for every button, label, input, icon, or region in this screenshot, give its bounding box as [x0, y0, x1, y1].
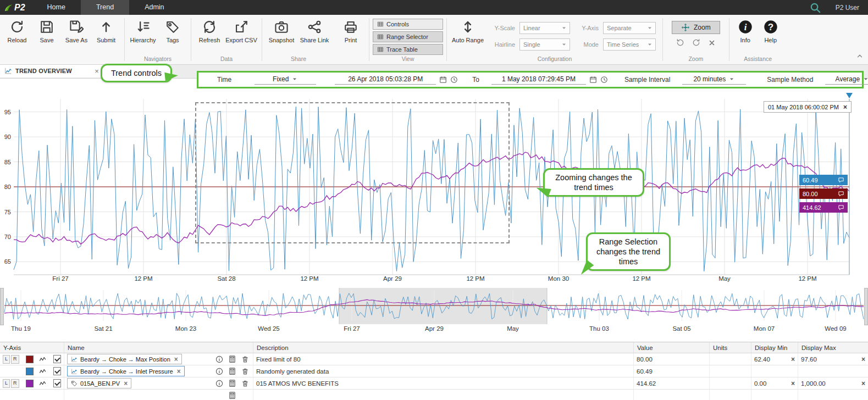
trace-calculation-icon[interactable] [228, 379, 236, 387]
remove-trace-icon[interactable]: × [124, 380, 128, 387]
header-units[interactable]: Units [709, 342, 751, 353]
trace-name-chip[interactable]: Beardy → Choke → Max Position× [67, 354, 182, 364]
print-button[interactable]: Print [336, 18, 366, 46]
clear-display-max-icon[interactable]: × [861, 380, 865, 387]
sample-interval-dropdown[interactable]: 20 minutes [682, 75, 746, 85]
axis-left-toggle[interactable]: L [3, 379, 10, 388]
comment-bubble-icon[interactable] [838, 177, 844, 184]
line-style-icon[interactable] [39, 380, 47, 387]
mode-dropdown[interactable]: Time Series [603, 38, 656, 51]
hierarchy-button[interactable]: Hierarchy [128, 18, 158, 46]
clear-display-min-icon[interactable]: × [791, 380, 795, 387]
save-as-button[interactable]: Save As [62, 18, 91, 46]
trace-visibility-checkbox[interactable] [53, 379, 61, 387]
display-max-value[interactable]: 1,000.00 [801, 380, 826, 387]
range-handle-right[interactable] [864, 288, 868, 325]
submit-button[interactable]: Submit [91, 18, 121, 46]
trace-info-icon[interactable] [215, 355, 223, 363]
trace-delete-icon[interactable] [241, 380, 249, 387]
close-cursor-icon[interactable]: × [843, 103, 847, 111]
trace-info-icon[interactable] [215, 380, 223, 387]
reload-button[interactable]: Reload [2, 18, 32, 46]
tab-trend-overview[interactable]: TREND OVERVIEW × [0, 64, 104, 77]
collapse-ribbon-icon[interactable] [856, 52, 864, 62]
start-time-field[interactable]: 26 Apr 2018 05:03:28 PM [335, 75, 436, 85]
close-tab-icon[interactable]: × [95, 67, 99, 75]
trace-value-chip[interactable]: 414.62 [799, 202, 848, 213]
top-tab-admin[interactable]: Admin [129, 0, 179, 15]
axis-left-toggle[interactable]: L [3, 355, 10, 364]
trace-name-chip[interactable]: Beardy → Choke → Inlet Pressure× [67, 366, 185, 376]
trace-visibility-checkbox[interactable] [53, 355, 61, 363]
end-time-field[interactable]: 1 May 2018 07:29:45 PM [491, 75, 586, 85]
user-label[interactable]: P2 User [836, 4, 859, 12]
range-selector-chart[interactable] [0, 288, 868, 325]
range-selector-plot[interactable] [0, 288, 868, 325]
display-min-value[interactable]: 62.40 [754, 356, 770, 363]
comment-bubble-icon[interactable] [838, 204, 844, 211]
export-csv-button[interactable]: Export CSV [224, 18, 258, 46]
share-link-button[interactable]: Share Link [297, 18, 331, 46]
help-button[interactable]: Help [758, 18, 783, 46]
trace-visibility-checkbox[interactable] [53, 367, 61, 375]
sample-method-dropdown[interactable]: Average [825, 75, 868, 85]
trace-color-swatch[interactable] [26, 368, 34, 375]
display-max-value[interactable]: 97.60 [801, 356, 817, 363]
trace-info-icon[interactable] [215, 368, 223, 375]
header-display-min[interactable]: Display Min [751, 342, 798, 353]
clock-icon[interactable] [450, 76, 458, 84]
zoom-undo-icon[interactable] [676, 38, 684, 47]
trace-value-chip[interactable]: 80.00 [799, 188, 848, 199]
trace-delete-icon[interactable] [241, 368, 249, 375]
trace-calculation-icon[interactable] [228, 367, 236, 375]
comment-bubble-icon[interactable] [838, 191, 844, 197]
trace-color-swatch[interactable] [26, 380, 34, 387]
calendar-icon[interactable] [439, 76, 447, 84]
hairline-dropdown[interactable]: Single [519, 38, 570, 51]
display-min-value[interactable]: 0.00 [754, 380, 766, 387]
trace-value-chip[interactable]: 60.49 [799, 175, 848, 185]
header-display-max[interactable]: Display Max [798, 342, 868, 353]
axis-right-toggle[interactable]: R [11, 379, 19, 388]
info-button[interactable]: Info [733, 18, 758, 46]
zoom-redo-icon[interactable] [692, 38, 700, 47]
range-handle-left[interactable] [0, 288, 4, 325]
tags-button[interactable]: Tags [158, 18, 187, 46]
snapshot-button[interactable]: Snapshot [266, 18, 297, 46]
clear-display-min-icon[interactable]: × [791, 355, 795, 363]
yaxis-dropdown[interactable]: Separate [603, 22, 656, 34]
remove-trace-icon[interactable]: × [177, 368, 181, 375]
yscale-dropdown[interactable]: Linear [519, 22, 570, 34]
save-button[interactable]: Save [32, 18, 62, 46]
range-selection-region[interactable] [339, 288, 547, 324]
clock-icon[interactable] [600, 76, 608, 84]
top-tab-home[interactable]: Home [32, 0, 81, 15]
toggle-controls[interactable]: Controls [373, 19, 443, 30]
toggle-range-selector[interactable]: Range Selector [373, 31, 443, 42]
line-style-icon[interactable] [39, 355, 47, 363]
header-name[interactable]: Name [64, 342, 253, 353]
trace-delete-icon[interactable] [241, 355, 249, 363]
trace-name-chip[interactable]: 015A_BEN.PV× [67, 378, 131, 388]
header-description[interactable]: Description [253, 342, 633, 353]
zoom-selection-rectangle[interactable] [195, 102, 510, 243]
header-value[interactable]: Value [633, 342, 709, 353]
refresh-button[interactable]: Refresh [195, 18, 224, 46]
line-style-icon[interactable] [39, 368, 47, 375]
toggle-trace-table[interactable]: Trace Table [373, 44, 443, 55]
calendar-icon[interactable] [589, 76, 597, 84]
auto-range-button[interactable]: Auto Range [450, 18, 485, 46]
cursor-marker-icon[interactable] [846, 93, 853, 98]
time-mode-dropdown[interactable]: Fixed [255, 75, 316, 85]
clear-display-max-icon[interactable]: × [861, 355, 865, 363]
search-icon[interactable] [809, 2, 821, 14]
add-calculation-icon[interactable] [228, 391, 236, 399]
zoom-button[interactable]: Zoom [672, 21, 720, 34]
trace-calculation-icon[interactable] [228, 355, 236, 363]
remove-trace-icon[interactable]: × [174, 355, 178, 363]
axis-right-toggle[interactable]: R [11, 355, 19, 364]
trace-color-swatch[interactable] [26, 355, 34, 363]
top-tab-trend[interactable]: Trend [81, 0, 129, 15]
svg-text:90: 90 [4, 134, 11, 140]
zoom-clear-icon[interactable] [708, 39, 716, 47]
